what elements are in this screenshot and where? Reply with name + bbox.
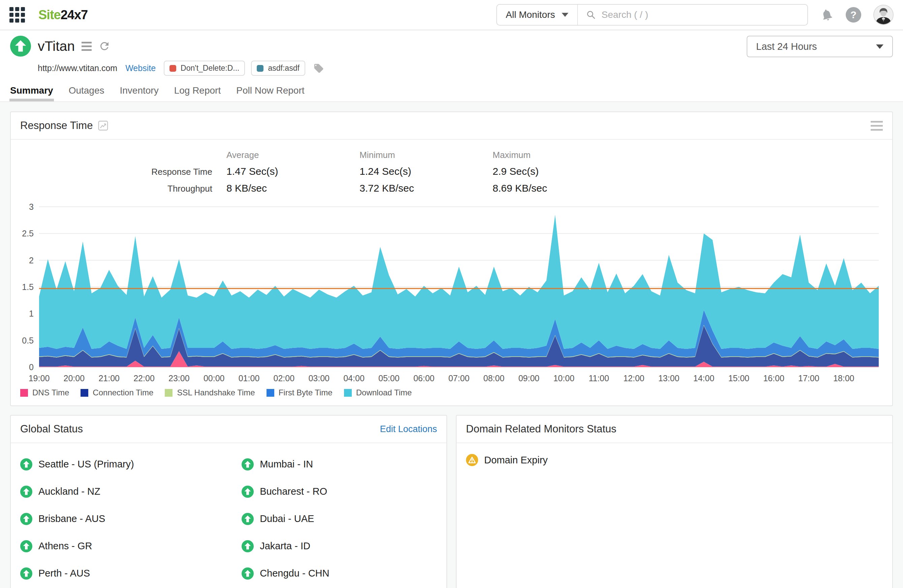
svg-text:05:00: 05:00 [378,373,400,383]
stats-row-label-throughput: Throughput [11,183,227,194]
time-range-dropdown[interactable]: Last 24 Hours [747,36,893,57]
stats-row-label-response-time: Response Time [11,167,227,177]
svg-text:06:00: 06:00 [414,373,435,383]
domain-monitor-item-domain-expiry[interactable]: Domain Expiry [466,454,883,466]
search-input[interactable] [601,9,799,20]
search-field[interactable] [578,9,807,20]
tab-summary[interactable]: Summary [10,85,53,101]
tag-chip[interactable]: Don't_Delete:D... [164,61,245,76]
legend-swatch [344,389,352,397]
location-item-mumbai-in[interactable]: Mumbai - IN [242,451,437,478]
top-navigation-bar: Site24x7 All Monitors ? [0,0,903,30]
up-status-icon [20,486,32,498]
svg-text:11:00: 11:00 [588,373,609,383]
chevron-down-icon [562,13,568,17]
locations-list: Seattle - US (Primary) Auckland - NZ Bri… [11,443,447,588]
svg-text:07:00: 07:00 [448,373,470,383]
legend-label: Connection Time [93,388,153,397]
location-name: Jakarta - ID [260,541,310,552]
monitor-url: http://www.vtitan.com [38,63,117,73]
monitor-tabs: SummaryOutagesInventoryLog ReportPoll No… [0,76,903,102]
response-time-chart-wrap: 00.511.522.5319:0020:0021:0022:0023:0000… [11,196,892,383]
svg-text:14:00: 14:00 [694,373,715,383]
tab-log-report[interactable]: Log Report [174,85,221,101]
avatar-image [874,5,893,24]
stats-value-response-time-minimum: 1.24 Sec(s) [360,166,492,177]
legend-item-ssl-handshake-time[interactable]: SSL Handshake Time [165,388,255,397]
up-status-icon [242,540,254,552]
tag-label: Don't_Delete:D... [181,64,239,73]
warning-status-icon [466,454,478,466]
response-time-chart[interactable]: 00.511.522.5319:0020:0021:0022:0023:0000… [20,201,881,383]
chart-legend: DNS TimeConnection TimeSSL Handshake Tim… [11,383,892,406]
tab-outages[interactable]: Outages [69,85,104,101]
location-item-brisbane-aus[interactable]: Brisbane - AUS [20,505,242,532]
location-name: Brisbane - AUS [38,513,105,524]
legend-swatch [20,389,28,397]
legend-swatch [266,389,274,397]
up-status-icon [242,568,254,580]
location-item-jakarta-id[interactable]: Jakarta - ID [242,532,437,560]
location-item-perth-aus[interactable]: Perth - AUS [20,560,242,587]
tag-chip[interactable]: asdf:asdf [251,61,305,76]
response-time-card-title: Response Time [20,119,93,132]
svg-text:09:00: 09:00 [518,373,540,383]
tag-label: asdf:asdf [268,64,299,73]
svg-text:00:00: 00:00 [203,373,225,383]
edit-locations-link[interactable]: Edit Locations [380,424,437,434]
tag-icon[interactable] [313,63,324,74]
stats-column-minimum: Minimum [360,150,492,160]
location-name: Mumbai - IN [260,459,313,470]
svg-text:23:00: 23:00 [168,373,190,383]
up-status-icon [20,568,32,580]
location-item-chengdu-chn[interactable]: Chengdu - CHN [242,560,437,587]
location-name: Chengdu - CHN [260,568,329,579]
svg-text:0: 0 [29,362,34,372]
location-item-auckland-nz[interactable]: Auckland - NZ [20,478,242,505]
svg-text:16:00: 16:00 [763,373,784,383]
location-item-athens-gr[interactable]: Athens - GR [20,532,242,560]
help-icon[interactable]: ? [846,7,861,23]
location-item-dubai-uae[interactable]: Dubai - UAE [242,505,437,532]
svg-text:12:00: 12:00 [623,373,645,383]
user-avatar[interactable] [873,5,894,25]
chevron-down-icon [876,44,883,49]
legend-item-first-byte-time[interactable]: First Byte Time [266,388,333,397]
svg-text:04:00: 04:00 [343,373,365,383]
svg-text:10:00: 10:00 [553,373,574,383]
refresh-icon[interactable] [98,40,110,52]
tab-inventory[interactable]: Inventory [120,85,158,101]
stats-value-throughput-maximum: 8.69 KB/sec [492,182,892,194]
stats-value-throughput-minimum: 3.72 KB/sec [360,182,492,194]
global-status-title: Global Status [20,423,83,435]
svg-text:01:00: 01:00 [239,373,260,383]
up-status-icon [20,540,32,552]
location-item-bucharest-ro[interactable]: Bucharest - RO [242,478,437,505]
legend-item-connection-time[interactable]: Connection Time [80,388,153,397]
tag-color-swatch [257,65,263,72]
response-time-stats: AverageMinimumMaximumResponse Time1.47 S… [11,140,892,196]
location-name: Seattle - US (Primary) [38,459,134,470]
legend-item-dns-time[interactable]: DNS Time [20,388,69,397]
domain-monitors-list: Domain Expiry [456,443,892,477]
location-item-seattle-us-primary[interactable]: Seattle - US (Primary) [20,451,242,478]
svg-text:17:00: 17:00 [798,373,820,383]
site24x7-logo[interactable]: Site24x7 [38,8,88,22]
notifications-bell-icon[interactable] [820,8,834,22]
monitor-type-link[interactable]: Website [125,63,156,73]
legend-label: Download Time [356,388,412,397]
trend-chart-icon[interactable] [98,121,108,131]
logo-24x7: 24x7 [61,8,88,22]
monitor-actions-menu-icon[interactable] [82,42,92,51]
legend-label: SSL Handshake Time [177,388,255,397]
app-launcher-icon[interactable] [9,7,25,23]
tab-poll-now-report[interactable]: Poll Now Report [236,85,304,101]
legend-item-download-time[interactable]: Download Time [344,388,412,397]
search-icon [586,10,596,20]
legend-label: DNS Time [32,388,69,397]
svg-text:03:00: 03:00 [308,373,330,383]
monitor-filter-dropdown[interactable]: All Monitors [497,5,578,25]
card-menu-icon[interactable] [871,121,883,131]
svg-text:13:00: 13:00 [658,373,680,383]
location-name: Athens - GR [38,541,92,552]
